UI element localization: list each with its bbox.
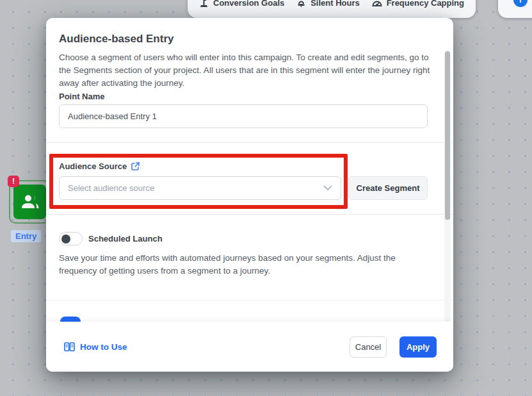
toolbar-item-silent-hours[interactable]: Silent Hours: [296, 0, 360, 8]
modal-scrollbar-thumb[interactable]: [445, 51, 450, 220]
modal-title: Audience-based Entry: [59, 33, 174, 45]
divider: [46, 300, 453, 301]
entry-node-label[interactable]: Entry: [11, 230, 41, 242]
scheduled-launch-label: Scheduled Launch: [88, 234, 163, 243]
create-segment-button[interactable]: Create Segment: [348, 176, 428, 200]
footer-buttons: Cancel Apply: [350, 336, 437, 358]
audience-based-entry-modal: Audience-based Entry Choose a segment of…: [46, 18, 453, 372]
gauge-icon: [372, 0, 382, 8]
divider: [46, 214, 453, 215]
audience-source-row: Audience Source: [59, 161, 140, 171]
how-to-use-link[interactable]: How to Use: [64, 342, 127, 352]
point-name-input[interactable]: [59, 104, 428, 128]
modal-footer: How to Use Cancel Apply: [46, 322, 453, 372]
journey-canvas: Conversion Goals Silent Hours Frequency …: [0, 0, 532, 396]
chevron-down-icon: [323, 185, 332, 191]
how-to-use-label: How to Use: [80, 342, 127, 352]
silent-hours-icon: [296, 0, 306, 8]
modal-description: Choose a segment of users who will enter…: [59, 51, 431, 90]
toolbar-item-label: Frequency Capping: [387, 0, 464, 8]
apply-button[interactable]: Apply: [399, 336, 437, 358]
cancel-button[interactable]: Cancel: [350, 336, 387, 358]
help-panel: i: [498, 0, 532, 18]
error-badge: !: [8, 176, 19, 187]
point-name-label: Point Name: [59, 92, 105, 101]
audience-source-label: Audience Source: [59, 161, 127, 171]
journey-settings-toolbar: Conversion Goals Silent Hours Frequency …: [188, 0, 476, 18]
help-info-icon[interactable]: i: [513, 0, 528, 7]
users-icon: [20, 193, 40, 211]
toolbar-item-conversion-goals[interactable]: Conversion Goals: [199, 0, 284, 8]
scheduled-launch-description: Save your time and efforts with automate…: [59, 252, 431, 277]
scheduled-launch-toggle[interactable]: [59, 232, 83, 245]
book-icon: [64, 342, 75, 352]
goal-icon: [199, 0, 209, 8]
audience-source-select[interactable]: Select audience source: [59, 176, 341, 200]
toggle-knob: [61, 235, 70, 243]
toolbar-item-label: Silent Hours: [310, 0, 360, 8]
partially-scrolled-toggle: [60, 317, 81, 322]
entry-node[interactable]: [13, 185, 46, 219]
toolbar-item-label: Conversion Goals: [213, 0, 284, 8]
external-link-icon[interactable]: [131, 162, 140, 170]
toolbar-item-frequency-capping[interactable]: Frequency Capping: [372, 0, 464, 8]
select-placeholder: Select audience source: [68, 183, 154, 193]
divider: [46, 142, 453, 143]
